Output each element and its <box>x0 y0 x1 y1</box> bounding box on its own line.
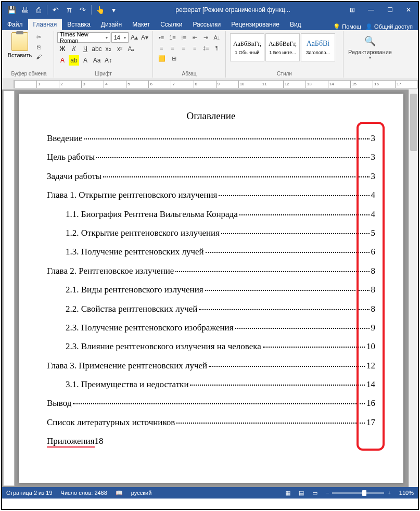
ribbon-options-icon[interactable]: ⊞ <box>343 2 362 18</box>
dropdown-icon[interactable]: ▾ <box>107 4 120 16</box>
sup-button[interactable]: x² <box>114 44 125 54</box>
ribbon: Вставить ✂ ⎘ 🖌 Буфер обмена Times New Ro… <box>2 30 418 79</box>
window-title: реферат [Режим ограниченной функц... <box>123 6 343 14</box>
multilevel-icon[interactable]: ⁝≡ <box>179 32 189 43</box>
shading-icon[interactable]: 🟨 <box>156 53 168 63</box>
style-item[interactable]: АаБбВвГг,1 Без инте... <box>265 33 300 61</box>
style-item[interactable]: АаБбВвГг,1 Обычный <box>230 33 264 61</box>
change-case-icon[interactable]: Aa <box>92 55 102 66</box>
paste-button[interactable]: Вставить <box>7 32 32 61</box>
toc-last-row: Приложения18 <box>47 436 375 448</box>
view-read-icon[interactable]: ▦ <box>285 490 290 496</box>
tab-refs[interactable]: Ссылки <box>155 19 187 30</box>
toc-row: 3.1. Преимущества и недостатки 14 <box>47 379 375 390</box>
tab-insert[interactable]: Вставка <box>62 19 96 30</box>
minimize-icon[interactable]: — <box>362 2 380 18</box>
tab-design[interactable]: Дизайн <box>96 19 127 30</box>
highlight-icon[interactable]: ab <box>69 55 79 66</box>
titlebar: 💾 🖶 ⎙ ↶ π ↷ 👆 ▾ реферат [Режим ограничен… <box>2 2 418 18</box>
italic-button[interactable]: К <box>69 44 79 54</box>
zoom-slider[interactable]: −+ <box>326 490 391 496</box>
tell-me[interactable]: 💡 Помощ <box>333 23 361 30</box>
clipboard-label: Буфер обмена <box>7 70 50 76</box>
bold-button[interactable]: Ж <box>57 44 68 54</box>
tab-home[interactable]: Главная <box>28 19 62 30</box>
tab-view[interactable]: Вид <box>285 19 307 30</box>
undo-icon[interactable]: ↶ <box>49 4 62 16</box>
zoom-level[interactable]: 110% <box>399 490 414 496</box>
toc-row: Глава 3. Применение рентгеновских лучей … <box>47 361 375 371</box>
pi-icon[interactable]: π <box>63 4 75 16</box>
close-icon[interactable]: ✕ <box>399 2 418 18</box>
clear-format-icon[interactable]: Aₐ <box>126 44 136 54</box>
save-icon[interactable]: 💾 <box>5 4 18 16</box>
style-item[interactable]: АаБбВіЗаголово... <box>301 33 335 61</box>
toc-row: Задачи работы 3 <box>47 171 375 182</box>
table-of-contents: Введение 3Цель работы 3Задачи работы 3Гл… <box>47 133 375 428</box>
align-left-icon[interactable]: ≡ <box>156 43 167 53</box>
align-center-icon[interactable]: ≡ <box>167 43 177 53</box>
toc-row: 2.2. Свойства рентгеновских лучей 8 <box>47 304 375 314</box>
toc-title: Оглавление <box>47 110 375 122</box>
word-count[interactable]: Число слов: 2468 <box>61 490 107 496</box>
grow-shrink-icon[interactable]: A↕ <box>103 55 113 66</box>
line-spacing-icon[interactable]: ‡≡ <box>200 43 211 53</box>
sort-icon[interactable]: A↓ <box>212 32 222 43</box>
ribbon-tabs: Файл Главная Вставка Дизайн Макет Ссылки… <box>2 18 418 30</box>
font-size-select[interactable]: 14▾ <box>111 32 129 43</box>
view-web-icon[interactable]: ▭ <box>312 490 317 496</box>
strike-button[interactable]: abc <box>92 44 102 54</box>
toc-row: 1.2. Открытие рентгеновского излучения 5 <box>47 228 375 238</box>
toc-row: Вывод 16 <box>47 398 375 408</box>
document-page[interactable]: Оглавление Введение 3Цель работы 3Задачи… <box>19 94 403 483</box>
show-marks-icon[interactable]: ¶ <box>212 43 222 53</box>
language-indicator[interactable]: русский <box>131 490 151 496</box>
styles-label: Стили <box>229 70 340 76</box>
align-right-icon[interactable]: ≡ <box>179 43 189 53</box>
bullets-icon[interactable]: •≡ <box>156 32 167 43</box>
toc-row: 2.3. Влияние рентгеновского излучения на… <box>47 341 375 352</box>
toc-row: Глава 1. Открытие рентгеновского излучен… <box>47 190 375 200</box>
shrink-font-icon[interactable]: A▾ <box>140 32 149 43</box>
text-effects-icon[interactable]: A <box>80 55 91 66</box>
redo-icon[interactable]: ↷ <box>77 4 89 16</box>
spell-check-icon[interactable]: 📖 <box>116 490 123 496</box>
toc-row: Введение 3 <box>47 133 375 144</box>
horizontal-ruler[interactable]: 1234567891011121314151617 <box>2 79 418 90</box>
tab-mail[interactable]: Рассылки <box>187 19 226 30</box>
underline-button[interactable]: Ч <box>80 44 91 54</box>
maximize-icon[interactable]: ☐ <box>380 2 399 18</box>
font-name-select[interactable]: Times New Roman▾ <box>57 32 110 43</box>
numbering-icon[interactable]: 1≡ <box>167 32 177 43</box>
tab-review[interactable]: Рецензирование <box>226 19 285 30</box>
font-label: Шрифт <box>57 70 149 76</box>
print-icon[interactable]: 🖶 <box>19 4 31 16</box>
toc-row: 2.3. Получение рентгеновского изображени… <box>47 323 375 333</box>
sub-button[interactable]: x₂ <box>103 44 113 54</box>
touch-icon[interactable]: 👆 <box>94 4 106 16</box>
grow-font-icon[interactable]: A▴ <box>130 32 139 43</box>
font-color-icon[interactable]: A <box>57 55 68 66</box>
editing-button[interactable]: 🔍 Редактирование ▾ <box>347 32 393 60</box>
cut-icon[interactable]: ✂ <box>33 32 44 42</box>
statusbar: Страница 2 из 19 Число слов: 2468 📖 русс… <box>2 487 418 499</box>
share-button[interactable]: 👤 Общий доступ <box>365 23 413 30</box>
styles-gallery[interactable]: АаБбВвГг,1 ОбычныйАаБбВвГг,1 Без инте...… <box>229 32 340 62</box>
borders-icon[interactable]: ⊞ <box>168 53 180 63</box>
tab-layout[interactable]: Макет <box>127 19 155 30</box>
format-painter-icon[interactable]: 🖌 <box>33 52 44 61</box>
vertical-ruler[interactable] <box>3 91 15 486</box>
paragraph-label: Абзац <box>156 70 222 76</box>
justify-icon[interactable]: ≡ <box>189 43 200 53</box>
tab-file[interactable]: Файл <box>2 19 28 30</box>
scroll-thumb[interactable] <box>410 94 417 151</box>
copy-icon[interactable]: ⎘ <box>33 42 44 52</box>
vertical-scrollbar[interactable] <box>409 90 418 487</box>
toc-row: 1.1. Биография Рентгена Вильгельма Конра… <box>47 209 375 220</box>
increase-indent-icon[interactable]: ⇥ <box>200 32 211 43</box>
page-indicator[interactable]: Страница 2 из 19 <box>6 490 53 496</box>
view-print-icon[interactable]: ▤ <box>299 490 304 496</box>
preview-icon[interactable]: ⎙ <box>32 4 45 16</box>
decrease-indent-icon[interactable]: ⇤ <box>189 32 200 43</box>
toc-row: 1.3. Получение рентгеновских лучей 6 <box>47 247 375 257</box>
